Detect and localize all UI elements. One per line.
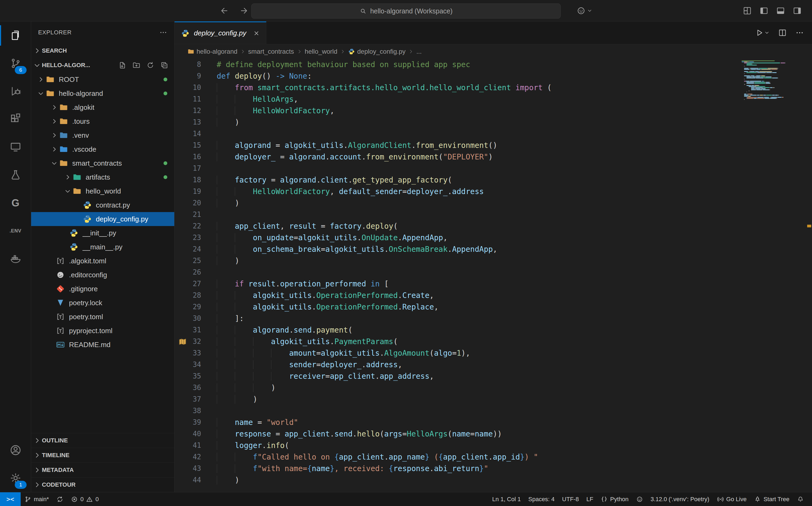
status-language-mode[interactable]: Python bbox=[597, 492, 632, 506]
back-button[interactable] bbox=[220, 6, 229, 15]
code-line[interactable]: 29 algokit_utils.OperationPerformed.Repl… bbox=[174, 301, 812, 313]
code-line[interactable]: 14 bbox=[174, 128, 812, 140]
section-metadata[interactable]: METADATA bbox=[31, 462, 174, 477]
tree-item-pyproject-toml[interactable]: pyproject.toml bbox=[31, 324, 174, 338]
codetour-marker-icon[interactable] bbox=[178, 337, 187, 346]
activity-source-control[interactable]: 6 bbox=[0, 50, 31, 77]
code-line[interactable]: 32 algokit_utils.PaymentParams( bbox=[174, 336, 812, 347]
code-line[interactable]: 43 f"with name={name}, received: {respon… bbox=[174, 463, 812, 474]
code-line[interactable]: 38 bbox=[174, 405, 812, 417]
overview-ruler[interactable] bbox=[806, 59, 812, 492]
code-line[interactable]: 28 algokit_utils.OperationPerformed.Crea… bbox=[174, 289, 812, 301]
code-line[interactable]: 37 ) bbox=[174, 394, 812, 405]
code-line[interactable]: 15 algorand = algokit_utils.AlgorandClie… bbox=[174, 140, 812, 151]
code-line[interactable]: 36 ) bbox=[174, 382, 812, 394]
code-line[interactable]: 44 ) bbox=[174, 474, 812, 486]
tree-item-gitignore[interactable]: .gitignore bbox=[31, 282, 174, 296]
code-line[interactable]: 16 deployer_ = algorand.account.from_env… bbox=[174, 151, 812, 163]
tree-item-hello-algorand[interactable]: hello-algorand bbox=[31, 86, 174, 100]
activity-extensions[interactable] bbox=[0, 105, 31, 133]
status-start-tree[interactable]: Start Tree bbox=[750, 492, 793, 506]
activity-remote-explorer[interactable] bbox=[0, 133, 31, 161]
tab-deploy-config[interactable]: deploy_config.py bbox=[174, 21, 266, 44]
code-line[interactable]: 22 app_client, result = factory.deploy( bbox=[174, 221, 812, 232]
code-line[interactable]: 19 HelloWorldFactory, default_sender=dep… bbox=[174, 186, 812, 197]
status-go-live[interactable]: Go Live bbox=[713, 492, 750, 506]
status-eol[interactable]: LF bbox=[583, 492, 597, 506]
code-line[interactable]: 24 on_schema_break=algokit_utils.OnSchem… bbox=[174, 244, 812, 255]
tree-item-init-py[interactable]: __init__.py bbox=[31, 226, 174, 240]
close-tab-icon[interactable] bbox=[253, 30, 260, 36]
remote-indicator[interactable]: >< bbox=[0, 492, 21, 506]
code-line[interactable]: 10 from smart_contracts.artifacts.hello_… bbox=[174, 82, 812, 93]
git-branch-item[interactable]: main* bbox=[21, 492, 53, 506]
code-line[interactable]: 33 amount=algokit_utils.AlgoAmount(algo=… bbox=[174, 347, 812, 359]
activity-docker[interactable] bbox=[0, 245, 31, 273]
forward-button[interactable] bbox=[240, 6, 248, 15]
breadcrumb-item[interactable]: smart_contracts bbox=[248, 48, 294, 55]
minimap[interactable] bbox=[742, 60, 784, 100]
collapse-all-icon[interactable] bbox=[160, 61, 168, 69]
tree-item-root[interactable]: ROOT bbox=[31, 73, 174, 86]
command-center[interactable]: hello-algorand (Workspace) bbox=[251, 3, 561, 18]
tree-item-venv[interactable]: .venv bbox=[31, 128, 174, 142]
status-python-interpreter[interactable]: 3.12.0 ('.venv': Poetry) bbox=[647, 492, 713, 506]
run-dropdown-chevron-icon[interactable] bbox=[764, 30, 769, 35]
activity-dotenv[interactable]: .ENV bbox=[0, 217, 31, 245]
toggle-secondary-sidebar-icon[interactable] bbox=[793, 6, 802, 15]
activity-account[interactable] bbox=[0, 436, 31, 464]
activity-settings[interactable]: 1 bbox=[0, 464, 31, 492]
breadcrumb-item[interactable]: deploy_config.py bbox=[348, 48, 405, 55]
tree-item-vscode[interactable]: .vscode bbox=[31, 142, 174, 156]
code-line[interactable]: 40 response = app_client.send.hello(args… bbox=[174, 428, 812, 440]
run-python-file-icon[interactable] bbox=[755, 28, 764, 37]
status-copilot-status[interactable] bbox=[632, 492, 647, 506]
tree-item-editorconfig[interactable]: .editorconfig bbox=[31, 268, 174, 282]
tree-item-readme-md[interactable]: README.md bbox=[31, 338, 174, 352]
explorer-more-actions-icon[interactable] bbox=[159, 28, 167, 36]
code-line[interactable]: 12 HelloWorldFactory, bbox=[174, 105, 812, 116]
code-line[interactable]: 35 receiver=app_client.app_address, bbox=[174, 370, 812, 382]
code-line[interactable]: 11 HelloArgs, bbox=[174, 93, 812, 105]
breadcrumb-item[interactable]: hello-algorand bbox=[187, 48, 237, 55]
code-line[interactable]: 42 f"Called hello on {app_client.app_nam… bbox=[174, 451, 812, 463]
code-line[interactable]: 17 bbox=[174, 163, 812, 174]
code-line[interactable]: 20 ) bbox=[174, 197, 812, 209]
status-cursor-position[interactable]: Ln 1, Col 1 bbox=[488, 492, 524, 506]
tree-item-tours[interactable]: .tours bbox=[31, 114, 174, 128]
tree-item-artifacts[interactable]: artifacts bbox=[31, 170, 174, 184]
section-codetour[interactable]: CODETOUR bbox=[31, 477, 174, 492]
tree-item-deploy-config-py[interactable]: deploy_config.py bbox=[31, 212, 174, 226]
status-encoding[interactable]: UTF-8 bbox=[558, 492, 582, 506]
section-workspace[interactable]: HELLO-ALGOR... bbox=[31, 58, 174, 73]
status-indentation[interactable]: Spaces: 4 bbox=[524, 492, 558, 506]
copilot-menu-icon[interactable] bbox=[577, 6, 585, 15]
status-notifications[interactable] bbox=[793, 492, 808, 506]
code-line[interactable]: 21 bbox=[174, 209, 812, 221]
code-line[interactable]: 27 if result.operation_performed in [ bbox=[174, 278, 812, 289]
toggle-panel-icon[interactable] bbox=[776, 6, 785, 15]
code-line[interactable]: 26 bbox=[174, 267, 812, 278]
tree-item-poetry-lock[interactable]: poetry.lock bbox=[31, 296, 174, 310]
toggle-sidebar-icon[interactable] bbox=[759, 6, 768, 15]
activity-explorer[interactable] bbox=[0, 21, 31, 50]
activity-algokit[interactable]: G bbox=[0, 189, 31, 217]
tree-item-hello-world[interactable]: hello_world bbox=[31, 184, 174, 198]
split-editor-icon[interactable] bbox=[778, 28, 787, 37]
breadcrumb-item[interactable]: ... bbox=[416, 48, 422, 55]
chevron-down-icon[interactable] bbox=[587, 8, 592, 13]
code-area[interactable]: 8# define deployment behaviour based on … bbox=[174, 59, 812, 492]
section-outline[interactable]: OUTLINE bbox=[31, 433, 174, 448]
activity-run-debug[interactable] bbox=[0, 77, 31, 105]
activity-testing[interactable] bbox=[0, 161, 31, 189]
code-line[interactable]: 39 name = "world" bbox=[174, 417, 812, 428]
code-line[interactable]: 18 factory = algorand.client.get_typed_a… bbox=[174, 174, 812, 186]
editor-more-actions-icon[interactable] bbox=[795, 28, 804, 37]
code-line[interactable]: 34 sender=deployer_.address, bbox=[174, 359, 812, 370]
tree-item-poetry-toml[interactable]: poetry.toml bbox=[31, 310, 174, 324]
customize-layout-icon[interactable] bbox=[743, 6, 752, 15]
refresh-icon[interactable] bbox=[146, 61, 154, 69]
code-line[interactable]: 8# define deployment behaviour based on … bbox=[174, 59, 812, 70]
sync-changes-item[interactable] bbox=[53, 492, 67, 506]
tree-item-smart-contracts[interactable]: smart_contracts bbox=[31, 156, 174, 170]
